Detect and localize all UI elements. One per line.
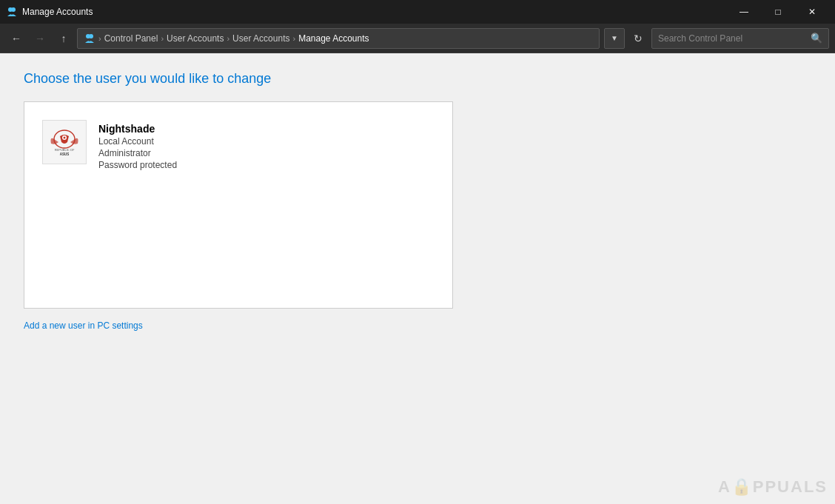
address-bar: ← → ↑ › Control Panel › User Accounts › … xyxy=(0,24,835,53)
accounts-panel: REPUBLIC OF ASUS Nightshade Local Accoun… xyxy=(24,101,453,309)
svg-text:REPUBLIC OF: REPUBLIC OF xyxy=(55,148,75,152)
breadcrumb-control-panel[interactable]: Control Panel xyxy=(104,33,158,44)
dropdown-icon: ▼ xyxy=(611,34,618,42)
window-title: Manage Accounts xyxy=(22,7,727,17)
search-icon[interactable]: 🔍 xyxy=(811,33,822,44)
refresh-button[interactable]: ↻ xyxy=(628,28,648,49)
add-user-link[interactable]: Add a new user in PC settings xyxy=(24,320,143,331)
account-item[interactable]: REPUBLIC OF ASUS Nightshade Local Accoun… xyxy=(36,114,440,176)
window-icon xyxy=(6,6,18,18)
maximize-button[interactable]: □ xyxy=(761,0,795,24)
up-button[interactable]: ↑ xyxy=(53,28,74,49)
main-content: Choose the user you would like to change xyxy=(0,53,835,504)
close-button[interactable]: ✕ xyxy=(795,0,829,24)
breadcrumb-user-accounts-2[interactable]: User Accounts xyxy=(232,33,289,44)
svg-point-7 xyxy=(64,137,66,139)
breadcrumb-sep-4: › xyxy=(292,34,295,43)
up-icon: ↑ xyxy=(61,33,67,44)
breadcrumb-sep-1: › xyxy=(98,34,101,43)
svg-point-3 xyxy=(89,34,93,38)
account-detail-password: Password protected xyxy=(98,160,177,170)
breadcrumb-sep-3: › xyxy=(227,34,229,43)
back-button[interactable]: ← xyxy=(6,28,27,49)
forward-icon: → xyxy=(35,33,45,44)
breadcrumb-container: › Control Panel › User Accounts › User A… xyxy=(77,28,600,49)
control-panel-icon xyxy=(84,33,95,44)
rog-logo-icon: REPUBLIC OF ASUS xyxy=(45,123,84,161)
back-icon: ← xyxy=(11,33,21,44)
window-controls: — □ ✕ xyxy=(727,0,829,24)
breadcrumb-dropdown-button[interactable]: ▼ xyxy=(604,28,625,49)
forward-button[interactable]: → xyxy=(30,28,50,49)
minimize-button[interactable]: — xyxy=(727,0,761,24)
minimize-icon: — xyxy=(740,7,748,17)
account-detail-role: Administrator xyxy=(98,148,177,158)
account-name: Nightshade xyxy=(98,123,177,135)
breadcrumb-manage-accounts: Manage Accounts xyxy=(298,33,369,44)
search-container: 🔍 xyxy=(651,28,829,49)
maximize-icon: □ xyxy=(775,7,780,17)
breadcrumb-sep-2: › xyxy=(161,34,164,43)
account-detail-type: Local Account xyxy=(98,136,177,147)
svg-text:ASUS: ASUS xyxy=(60,152,70,156)
svg-point-1 xyxy=(11,7,16,12)
account-info: Nightshade Local Account Administrator P… xyxy=(98,120,177,170)
breadcrumb-user-accounts-1[interactable]: User Accounts xyxy=(167,33,224,44)
close-icon: ✕ xyxy=(808,7,816,17)
refresh-icon: ↻ xyxy=(634,33,643,44)
search-input[interactable] xyxy=(658,33,811,44)
title-bar: Manage Accounts — □ ✕ xyxy=(0,0,835,24)
page-heading: Choose the user you would like to change xyxy=(24,71,811,87)
account-avatar: REPUBLIC OF ASUS xyxy=(42,120,87,164)
